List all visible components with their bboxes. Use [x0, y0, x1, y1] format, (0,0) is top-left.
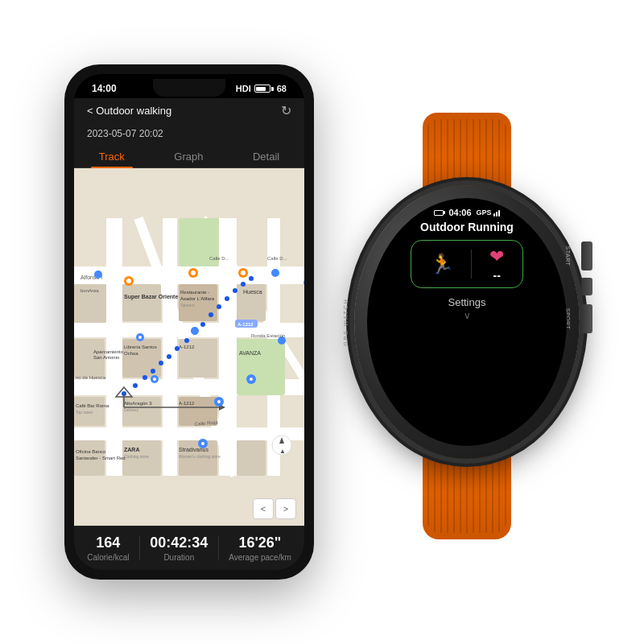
status-right: HDI 68: [236, 84, 287, 93]
back-button[interactable]: < Outdoor walking: [87, 105, 171, 117]
scene: 14:00 HDI 68 < Outdoor walking: [8, 16, 636, 628]
gps-bar-1: [493, 213, 495, 217]
watch-status-bar: 04:06 GPS: [375, 208, 559, 217]
svg-point-58: [200, 322, 205, 327]
svg-point-84: [191, 327, 199, 335]
gps-bar-3: [498, 210, 500, 217]
watch-screen: 04:06 GPS Outdoor Running: [367, 198, 567, 446]
svg-point-54: [233, 288, 237, 293]
heart-icon: ❤: [489, 246, 504, 267]
running-icon: 🏃: [430, 253, 454, 275]
svg-point-61: [175, 346, 180, 351]
watch-sport-button[interactable]: [581, 304, 592, 333]
svg-text:Calle D...: Calle D...: [267, 256, 287, 261]
stat-pace: 16'26" Average pace/km: [229, 535, 291, 562]
map-next-button[interactable]: >: [275, 498, 296, 519]
svg-point-83: [94, 270, 102, 279]
svg-text:Santander - Smart Red: Santander - Smart Red: [76, 456, 126, 460]
svg-text:bonArea: bonArea: [80, 288, 99, 293]
back-label: < Outdoor walking: [87, 105, 171, 117]
watch-time: 04:06: [448, 208, 471, 217]
calories-value: 164: [87, 535, 129, 551]
svg-text:Clothing store: Clothing store: [124, 454, 149, 459]
watch-start-button[interactable]: [581, 242, 592, 270]
calories-label: Calorie/kcal: [87, 553, 129, 562]
svg-text:A-1212: A-1212: [179, 345, 195, 349]
svg-point-60: [184, 338, 189, 343]
watch-mid-button[interactable]: [581, 278, 592, 295]
svg-point-52: [249, 276, 254, 281]
app-header: < Outdoor walking ↻: [74, 98, 304, 125]
tab-graph[interactable]: Graph: [158, 146, 219, 167]
svg-text:Café Bar Roma: Café Bar Roma: [76, 403, 109, 408]
battery-level: 68: [277, 84, 287, 93]
duration-value: 00:42:34: [150, 535, 208, 551]
svg-text:San Antonio: San Antonio: [93, 355, 120, 360]
svg-point-80: [241, 270, 246, 275]
svg-point-64: [151, 369, 155, 374]
svg-text:Librería Santos: Librería Santos: [124, 345, 157, 349]
watch-chevron-icon: ∨: [464, 310, 471, 321]
tab-detail[interactable]: Detail: [237, 146, 295, 167]
svg-text:Asador L'Alifara: Asador L'Alifara: [180, 296, 215, 301]
date-row: 2023-05-07 20:02: [74, 125, 304, 144]
phone: 14:00 HDI 68 < Outdoor walking: [64, 64, 314, 580]
gps-bar-2: [496, 212, 497, 217]
svg-text:▲: ▲: [279, 448, 286, 455]
svg-rect-25: [237, 440, 266, 476]
watch-battery: [434, 210, 444, 216]
map-prev-button[interactable]: <: [253, 498, 274, 519]
svg-point-93: [201, 442, 204, 445]
map-area: Alfonso I Super Bazar Oriente Restaurant…: [74, 168, 304, 526]
phone-screen: 14:00 HDI 68 < Outdoor walking: [74, 74, 304, 570]
phone-notch: [153, 79, 225, 97]
svg-rect-6: [163, 218, 177, 476]
svg-text:Ochoa: Ochoa: [124, 351, 138, 356]
heart-rate-container: ❤ --: [489, 246, 504, 282]
svg-text:no de Huesca: no de Huesca: [76, 375, 106, 380]
svg-point-56: [217, 304, 221, 309]
svg-rect-5: [106, 218, 122, 476]
svg-point-63: [159, 361, 163, 365]
svg-text:Calle D...: Calle D...: [209, 256, 229, 261]
svg-text:Super Bazar Oriente: Super Bazar Oriente: [124, 294, 178, 300]
svg-text:Huesca: Huesca: [243, 289, 262, 295]
svg-point-55: [225, 296, 229, 301]
pace-value: 16'26": [229, 535, 291, 551]
map-nav: < >: [253, 498, 296, 519]
watch: GPS WATCH 04:06 GPS: [354, 185, 580, 459]
svg-point-78: [191, 270, 196, 275]
svg-rect-12: [122, 284, 161, 321]
svg-text:AltoAragón 3: AltoAragón 3: [124, 401, 152, 406]
svg-point-81: [271, 269, 279, 277]
svg-text:Takeout: Takeout: [180, 303, 195, 308]
svg-text:Ronda Estación: Ronda Estación: [251, 333, 285, 338]
workout-date: 2023-05-07 20:02: [87, 128, 163, 139]
svg-text:AVANZA: AVANZA: [239, 350, 261, 356]
svg-point-57: [208, 312, 213, 317]
svg-text:Top rated: Top rated: [76, 410, 93, 415]
hdi-label: HDI: [236, 84, 251, 93]
svg-text:Delivery: Delivery: [124, 407, 139, 412]
svg-point-91: [217, 400, 221, 403]
svg-text:A-1212: A-1212: [237, 322, 254, 327]
svg-text:A-1212: A-1212: [179, 401, 195, 406]
refresh-icon[interactable]: ↻: [281, 103, 291, 118]
tab-track[interactable]: Track: [83, 146, 141, 167]
gps-label: GPS: [477, 208, 492, 217]
stat-duration: 00:42:34 Duration: [150, 535, 208, 562]
watch-brand-label: GPS WATCH: [343, 298, 349, 346]
svg-rect-26: [237, 339, 285, 395]
watch-battery-icon: [434, 210, 444, 216]
status-time: 14:00: [92, 83, 117, 94]
running-icon-container: 🏃: [430, 253, 454, 275]
pace-label: Average pace/km: [229, 553, 291, 562]
watch-gps-status: GPS: [477, 208, 500, 217]
gps-signal-bars: [493, 208, 500, 217]
svg-point-89: [153, 378, 156, 381]
watch-case: GPS WATCH 04:06 GPS: [354, 185, 580, 459]
svg-point-62: [167, 354, 171, 359]
svg-text:ZARA: ZARA: [124, 447, 139, 452]
watch-settings-label: Settings: [448, 296, 486, 308]
stats-row: 164 Calorie/kcal 00:42:34 Duration 16'26…: [74, 526, 304, 570]
